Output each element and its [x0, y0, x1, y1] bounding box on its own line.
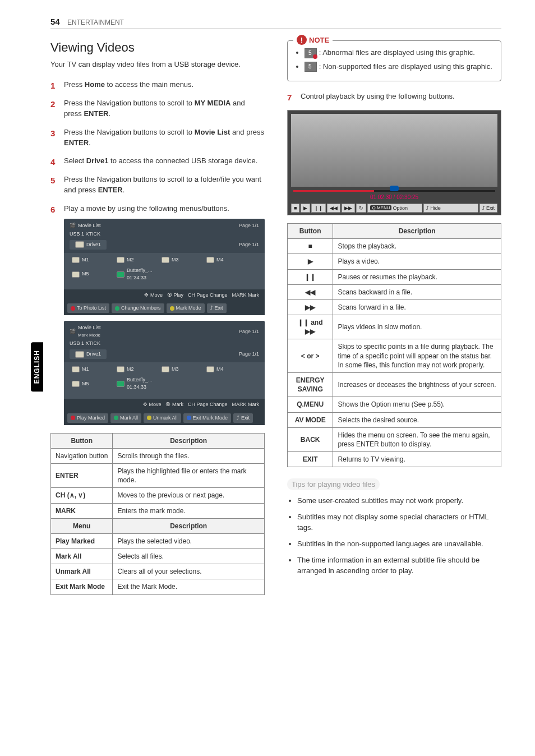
tip-item: Some user-created subtitles may not work… — [297, 496, 501, 506]
to-photo-list-button[interactable]: To Photo List — [67, 303, 109, 313]
right-column: !NOTE : Abnormal files are displayed usi… — [287, 40, 501, 601]
folder-icon — [206, 366, 214, 372]
rewind-button[interactable]: ◀◀ — [327, 204, 340, 213]
playback-buttons-table: ButtonDescription ■Stops the playback. ▶… — [287, 223, 501, 467]
note-item: : Abnormal files are displayed using thi… — [305, 48, 494, 58]
play-marked-button[interactable]: Play Marked — [67, 413, 108, 423]
step-2: Press the Navigation buttons to scroll t… — [50, 98, 265, 119]
alert-icon: ! — [297, 35, 307, 45]
folder-icon — [162, 366, 169, 372]
folder-icon — [72, 271, 80, 278]
video-playback-preview: 01:02:30 / 02:30:25 ■ ▶ ❙❙ ◀◀ ▶▶ ↻ Q.MEN… — [287, 110, 501, 215]
unmark-all-button[interactable]: Unmark All — [144, 413, 181, 423]
exit-mark-mode-button[interactable]: Exit Mark Mode — [183, 413, 232, 423]
repeat-button[interactable]: ↻ — [356, 204, 366, 213]
video-item[interactable]: Butterfly_...01:34:33 — [117, 267, 162, 282]
left-column: Viewing Videos Your TV can display video… — [50, 40, 265, 601]
folder-icon — [72, 366, 80, 372]
folder-item[interactable]: M3 — [162, 256, 195, 264]
folder-item[interactable]: M4 — [206, 256, 240, 264]
tip-item: Subtitles may not display some special c… — [297, 512, 501, 533]
note-item: : Non-supported files are displayed usin… — [305, 62, 494, 72]
page-header: 54 ENTERTAINMENT — [50, 17, 501, 29]
folder-icon — [162, 257, 169, 263]
intro-paragraph: Your TV can display video files from a U… — [50, 59, 265, 70]
seek-indicator-icon — [390, 186, 399, 191]
folder-item[interactable]: M2 — [117, 256, 150, 264]
video-item[interactable]: Butterfly_...01:34:33 — [117, 376, 162, 391]
tips-heading: Tips for playing video files — [287, 478, 380, 490]
mark-all-button[interactable]: Mark All — [110, 413, 141, 423]
stop-button[interactable]: ■ — [291, 204, 299, 213]
folder-icon — [117, 366, 124, 372]
video-screen — [291, 114, 497, 187]
steps-list-continued: Control playback by using the following … — [287, 91, 501, 102]
section-title: Viewing Videos — [50, 40, 265, 55]
tips-list: Some user-created subtitles may not work… — [287, 496, 501, 576]
folder-icon — [75, 241, 84, 248]
folder-item[interactable]: M3 — [162, 366, 195, 373]
tip-item: Subtitles in the non-supported languages… — [297, 539, 501, 550]
step-7: Control playback by using the following … — [287, 91, 501, 102]
step-4: Select Drive1 to access the connected US… — [50, 156, 265, 167]
pause-button[interactable]: ❙❙ — [311, 204, 326, 213]
folder-item[interactable]: M5 — [72, 376, 105, 391]
mark-mode-button[interactable]: Mark Mode — [167, 303, 205, 313]
option-button[interactable]: Q.MENUOption — [367, 204, 422, 213]
folder-item[interactable]: M2 — [117, 366, 150, 373]
exit-button[interactable]: ⤴Exit — [479, 204, 497, 213]
folder-icon — [206, 257, 214, 263]
unsupported-file-icon — [305, 62, 317, 72]
language-tab: ENGLISH — [31, 342, 43, 391]
step-6: Play a movie by using the following menu… — [50, 204, 265, 425]
exit-button[interactable]: ⤴Exit — [233, 413, 253, 423]
video-file-icon — [117, 271, 124, 278]
progress-bar[interactable] — [293, 190, 495, 192]
time-display: 01:02:30 / 02:30:25 — [291, 193, 497, 201]
video-file-icon — [117, 381, 124, 387]
exit-button[interactable]: ⤴Exit — [207, 303, 227, 313]
folder-item[interactable]: M4 — [206, 366, 240, 373]
button-description-table: ButtonDescription Navigation buttonScrol… — [50, 433, 265, 595]
note-box: !NOTE : Abnormal files are displayed usi… — [287, 40, 501, 81]
video-icon: 🎬 — [70, 222, 76, 229]
steps-list: Press Home to access the main menus. Pre… — [50, 80, 265, 425]
step-3: Press the Navigation buttons to scroll t… — [50, 127, 265, 149]
video-icon: 🎬 — [70, 328, 76, 335]
folder-icon — [75, 351, 84, 358]
movie-list-mark-panel: 🎬Movie ListMark Mode Page 1/1 USB 1 XTIC… — [64, 321, 265, 425]
play-button[interactable]: ▶ — [301, 204, 310, 213]
change-numbers-button[interactable]: Change Numbers — [112, 303, 164, 313]
header-section: ENTERTAINMENT — [67, 19, 124, 26]
folder-icon — [117, 257, 124, 263]
folder-item[interactable]: M5 — [72, 267, 105, 282]
drive-selector[interactable]: Drive1 — [70, 240, 107, 250]
tip-item: The time information in an external subt… — [297, 555, 501, 577]
step-1: Press Home to access the main menus. — [50, 80, 265, 90]
hide-button[interactable]: ⤴Hide — [423, 204, 478, 213]
page-number: 54 — [50, 17, 60, 26]
folder-item[interactable]: M1 — [72, 256, 105, 264]
folder-icon — [72, 381, 80, 387]
movie-list-panel: 🎬Movie List Page 1/1 USB 1 XTICK Drive1 … — [64, 219, 265, 315]
step-5: Press the Navigation buttons to scroll t… — [50, 174, 265, 196]
note-label: !NOTE — [293, 35, 333, 45]
folder-item[interactable]: M1 — [72, 366, 105, 373]
drive-selector[interactable]: Drive1 — [70, 349, 107, 359]
abnormal-file-icon — [305, 48, 317, 58]
folder-icon — [72, 257, 80, 263]
forward-button[interactable]: ▶▶ — [342, 204, 355, 213]
